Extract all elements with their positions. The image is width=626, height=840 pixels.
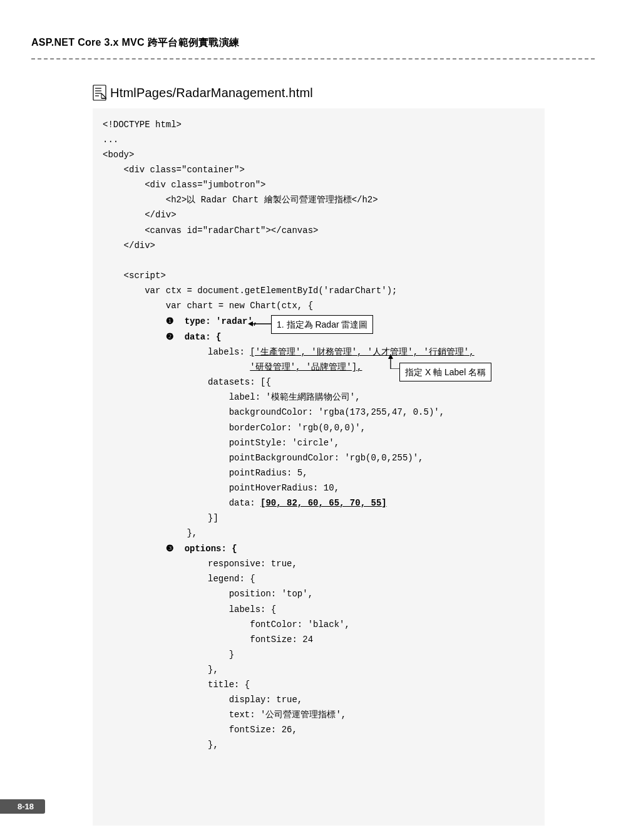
- code-line: <h2>以 Radar Chart 繪製公司營運管理指標</h2>: [103, 195, 378, 205]
- code-line: pointHoverRadius: 10,: [103, 483, 339, 493]
- code-line: var chart = new Chart(ctx, {: [103, 301, 313, 311]
- bullet-icon: ❷: [166, 331, 174, 341]
- file-heading: HtmlPages/RadarManagement.html: [93, 85, 595, 101]
- code-line: <!DOCTYPE html>: [103, 120, 182, 130]
- code-line: pointRadius: 5,: [103, 468, 308, 478]
- callout-box: 指定 X 軸 Label 名稱: [399, 363, 491, 381]
- code-line: fontColor: 'black',: [103, 620, 350, 630]
- code-line: legend: {: [103, 574, 255, 584]
- code-line: position: 'top',: [103, 589, 313, 599]
- code-line: type: 'radar',: [174, 316, 258, 326]
- header-divider: [31, 58, 595, 60]
- code-underlined: '研發管理', '品牌管理'],: [250, 362, 362, 372]
- code-line: <div class="jumbotron">: [103, 180, 265, 190]
- code-line: <div class="container">: [103, 165, 245, 175]
- code-line: text: '公司營運管理指標',: [103, 710, 346, 720]
- code-line: fontSize: 24: [103, 635, 313, 645]
- code-underlined: ['生產管理', '財務管理', '人才管理', '行銷管理',: [250, 347, 474, 357]
- code-line: display: true,: [103, 695, 302, 705]
- page-header-title: ASP.NET Core 3.x MVC 跨平台範例實戰演練: [31, 36, 595, 49]
- code-line: <canvas id="radarChart"></canvas>: [103, 226, 318, 236]
- code-block: <!DOCTYPE html> ... <body> <div class="c…: [93, 108, 545, 826]
- code-line: [103, 332, 166, 342]
- code-line: title: {: [103, 680, 250, 690]
- code-line: data: {: [174, 332, 222, 342]
- code-line: datasets: [{: [103, 377, 271, 387]
- code-line: labels: {: [103, 604, 276, 614]
- file-path-title: HtmlPages/RadarManagement.html: [110, 86, 313, 100]
- code-line: pointBackgroundColor: 'rgb(0,0,255)',: [103, 453, 423, 463]
- code-line: label: '模範生網路購物公司',: [103, 392, 361, 402]
- bullet-icon: ❸: [166, 543, 174, 553]
- code-line: fontSize: 26,: [103, 725, 297, 735]
- bullet-icon: ❶: [166, 316, 174, 326]
- code-line: }: [103, 650, 234, 660]
- code-line: responsive: true,: [103, 559, 297, 569]
- code-line: [103, 362, 250, 372]
- code-line: },: [103, 740, 218, 750]
- code-line: }]: [103, 513, 218, 523]
- code-line: },: [103, 528, 197, 538]
- code-line: <script>: [103, 271, 166, 281]
- code-line: <body>: [103, 150, 134, 160]
- code-line: </div>: [103, 210, 177, 220]
- code-line: [103, 316, 166, 326]
- code-line: ...: [103, 135, 118, 145]
- code-line: backgroundColor: 'rgba(173,255,47, 0.5)'…: [103, 407, 444, 417]
- code-line: [103, 544, 166, 554]
- code-line: pointStyle: 'circle',: [103, 438, 339, 448]
- callout-box: 1. 指定為 Radar 雷達圖: [271, 315, 373, 334]
- code-line: </div>: [103, 241, 155, 251]
- page-number: 8-18: [0, 799, 45, 814]
- code-line: borderColor: 'rgb(0,0,0)',: [103, 423, 366, 433]
- code-line: labels:: [103, 347, 250, 357]
- code-line: },: [103, 665, 218, 675]
- code-line: var ctx = document.getElementById('radar…: [103, 286, 397, 296]
- code-underlined: [90, 82, 60, 65, 70, 55]: [260, 498, 387, 508]
- code-line: options: {: [174, 544, 237, 554]
- file-icon: [93, 85, 106, 101]
- code-line: data:: [103, 498, 260, 508]
